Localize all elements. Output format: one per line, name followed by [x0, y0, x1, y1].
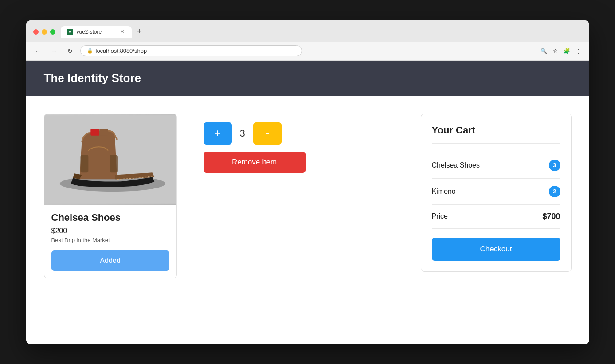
product-image [44, 114, 176, 205]
cart-badge-chelsea: 3 [549, 160, 560, 171]
menu-icon[interactable]: ⋮ [574, 47, 583, 55]
cart-badge-kimono: 2 [549, 186, 560, 197]
increment-button[interactable]: + [204, 122, 232, 145]
added-button[interactable]: Added [51, 250, 169, 271]
remove-item-button[interactable]: Remove Item [204, 152, 306, 173]
toolbar-icons: 🔍 ☆ 🧩 ⋮ [540, 47, 583, 55]
tab-close-icon[interactable]: ✕ [119, 29, 125, 35]
window-controls [33, 29, 55, 35]
address-bar[interactable]: 🔒 localhost:8080/shop [80, 45, 302, 56]
back-button[interactable]: ← [32, 45, 44, 57]
new-tab-button[interactable]: + [133, 26, 146, 38]
quantity-value: 3 [240, 128, 245, 139]
search-icon[interactable]: 🔍 [540, 47, 548, 55]
star-icon[interactable]: ☆ [551, 47, 560, 55]
product-card: Chelsea Shoes $200 Best Drip in the Mark… [44, 114, 177, 278]
app-body: Chelsea Shoes $200 Best Drip in the Mark… [26, 96, 589, 344]
cart-price-value: $700 [542, 212, 560, 221]
extensions-icon[interactable]: 🧩 [563, 47, 572, 55]
product-description: Best Drip in the Market [51, 237, 169, 243]
cart-title: Your Cart [432, 125, 560, 144]
svg-rect-2 [80, 155, 88, 172]
checkout-button[interactable]: Checkout [432, 238, 560, 261]
tab-favicon: V [67, 29, 73, 35]
cart-item-kimono: Kimono 2 [432, 179, 560, 205]
browser-window: V vue2-store ✕ + ← → ↻ 🔒 localhost:8080/… [26, 20, 589, 344]
active-tab[interactable]: V vue2-store ✕ [61, 26, 132, 38]
lock-icon: 🔒 [87, 48, 93, 54]
refresh-button[interactable]: ↻ [64, 45, 76, 57]
product-info: Chelsea Shoes $200 Best Drip in the Mark… [44, 205, 176, 278]
cart-panel: Your Cart Chelsea Shoes 3 Kimono 2 Price… [421, 114, 572, 272]
cart-price-row: Price $700 [432, 205, 560, 229]
product-name: Chelsea Shoes [51, 212, 169, 223]
svg-rect-3 [110, 155, 118, 172]
quantity-controls: + 3 - [204, 122, 306, 145]
close-button[interactable] [33, 29, 39, 35]
browser-tabs: V vue2-store ✕ + [61, 26, 582, 38]
cart-item-name-kimono: Kimono [432, 188, 456, 196]
forward-button[interactable]: → [48, 45, 60, 57]
app-header: The Identity Store [26, 61, 589, 96]
cart-price-label: Price [432, 212, 448, 220]
browser-toolbar: ← → ↻ 🔒 localhost:8080/shop 🔍 ☆ 🧩 ⋮ [26, 42, 589, 61]
tab-label: vue2-store [77, 29, 102, 35]
svg-rect-4 [90, 128, 99, 135]
decrement-button[interactable]: - [253, 122, 282, 145]
svg-rect-5 [99, 128, 108, 135]
app-title: The Identity Store [44, 71, 572, 85]
minimize-button[interactable] [42, 29, 47, 35]
shoe-illustration [44, 114, 176, 205]
maximize-button[interactable] [50, 29, 55, 35]
quantity-section: + 3 - Remove Item [204, 114, 306, 173]
cart-item-chelsea: Chelsea Shoes 3 [432, 153, 560, 179]
product-price: $200 [51, 227, 169, 235]
cart-item-name-chelsea: Chelsea Shoes [432, 161, 480, 169]
url-text: localhost:8080/shop [96, 47, 147, 54]
browser-titlebar: V vue2-store ✕ + [26, 20, 589, 42]
